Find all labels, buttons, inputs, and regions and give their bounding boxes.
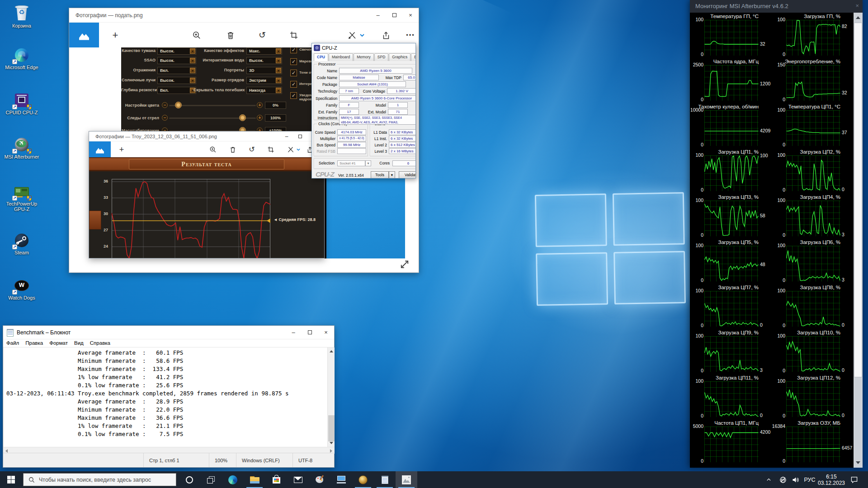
scroll-down-arrow[interactable] [330,442,333,444]
minimize-button[interactable]: – [280,131,293,141]
desktop-icon-edge[interactable]: ↗Microsoft Edge [3,47,41,70]
cpuz-tab-mainboard[interactable]: Mainboard [329,53,353,61]
title-bar[interactable]: Benchmark – Блокнот – × [3,326,334,339]
tray-volume[interactable] [789,471,802,488]
tray-chevron[interactable] [763,471,774,488]
setting-dropdown[interactable]: Экстрим▼ [246,77,282,84]
scroll-up-arrow[interactable] [330,350,333,352]
slider-handle[interactable] [175,102,182,108]
delete-icon[interactable] [229,146,236,153]
menu-справка[interactable]: Справка [87,339,113,347]
photos-logo-button[interactable] [69,23,99,47]
scroll-up-arrow[interactable] [856,16,860,19]
scroll-thumb[interactable] [854,23,862,377]
setting-dropdown[interactable]: Макс.▼ [246,47,282,55]
taskbar-app-cortana[interactable] [179,471,200,488]
socket-select[interactable]: Socket #1 [337,160,365,166]
cpuz-tab-cpu[interactable]: CPU [314,53,328,61]
edit-create-icon[interactable] [287,146,294,153]
chevron-down-icon[interactable] [296,146,301,153]
add-icon[interactable]: + [111,31,120,40]
slider-plus-button[interactable]: + [257,102,263,108]
setting-checkbox[interactable]: ✓ [290,58,297,65]
socket-select-arrow[interactable]: ▾ [365,160,371,166]
crop-icon[interactable] [289,31,298,40]
edit-create-icon[interactable] [348,31,357,40]
chevron-down-icon[interactable] [359,31,365,40]
title-bar[interactable]: Фотографии — Troy_2023_12_03_06_11_51_00… [89,131,324,141]
taskbar-search[interactable]: Чтобы начать поиск, введите здесь запрос [23,473,176,486]
taskbar-app-pc[interactable] [330,471,352,488]
add-icon[interactable]: + [118,146,125,153]
menu-файл[interactable]: Файл [3,339,22,347]
tray-network[interactable] [777,471,789,488]
setting-dropdown[interactable]: Высок.▼ [246,57,282,64]
maximize-button[interactable] [293,131,307,141]
vertical-scrollbar[interactable] [327,347,335,447]
scroll-right-arrow[interactable] [330,449,332,453]
title-bar[interactable]: ⚙ CPU-Z [312,43,415,52]
more-button[interactable]: ••• [406,31,415,40]
vertical-scrollbar[interactable] [854,13,863,468]
action-center-button[interactable] [847,471,861,488]
desktop-icon-bin[interactable]: ♻Корзина [3,5,41,28]
maximize-button[interactable] [302,326,318,339]
setting-checkbox[interactable]: ✓ [290,92,297,99]
menu-формат[interactable]: Формат [46,339,71,347]
taskbar-app-taskview[interactable] [200,471,222,488]
scroll-left-arrow[interactable] [5,449,8,453]
taskbar-app-paint[interactable] [309,471,330,488]
minimize-button[interactable]: – [285,326,302,339]
scroll-down-arrow[interactable] [856,461,860,464]
rotate-icon[interactable]: ↺ [248,146,255,153]
zoom-icon[interactable] [192,31,201,40]
slider-minus-button[interactable]: – [162,102,168,108]
setting-dropdown[interactable]: 3D▼ [246,67,282,74]
share-icon[interactable] [381,31,390,40]
tray-language[interactable]: РУС [802,471,817,488]
menu-правка[interactable]: Правка [22,339,46,347]
taskbar-app-photos[interactable] [396,471,417,488]
desktop-icon-wd[interactable]: W↗Watch Dogs [3,277,41,300]
slider-plus-button[interactable]: + [257,115,263,121]
setting-dropdown[interactable]: Никогда▼ [246,87,282,94]
crop-icon[interactable] [267,146,274,153]
taskbar-app-mail[interactable] [287,471,309,488]
taskbar-app-store[interactable] [265,471,287,488]
scroll-thumb[interactable] [328,415,335,441]
tools-dropdown-button[interactable]: ▾ [389,171,395,178]
setting-checkbox[interactable]: ✓ [290,70,297,76]
tools-button[interactable]: Tools [371,171,389,178]
desktop-icon-gpuz[interactable]: ↗TechPowerUp GPU-Z [3,183,41,212]
taskbar-app-notepad[interactable] [374,471,396,488]
validate-button[interactable]: Validate [399,171,416,178]
setting-checkbox[interactable]: ✓ [290,47,297,53]
rotate-icon[interactable]: ↺ [258,31,267,40]
delete-icon[interactable] [226,31,235,40]
desktop-icon-steam[interactable]: ↗Steam [3,232,41,255]
photos-logo-button[interactable] [89,141,111,157]
zoom-icon[interactable] [209,146,217,153]
setting-checkbox[interactable]: ✓ [290,81,297,88]
close-button[interactable]: × [318,326,334,339]
title-bar[interactable]: Фотографии — подать.png – × [69,8,419,23]
cpuz-tab-spd[interactable]: SPD [374,53,388,61]
desktop-icon-cpuz[interactable]: ↗CPUID CPU-Z [3,92,41,115]
tray-clock[interactable]: 6:15 03.12.2023 [817,471,845,488]
slider-minus-button[interactable]: – [162,115,168,121]
minimize-button[interactable]: – [370,8,386,22]
maximize-button[interactable] [386,8,402,22]
close-button[interactable]: × [402,8,419,22]
slider-handle[interactable] [239,114,246,121]
fullscreen-icon[interactable] [399,259,410,270]
start-button[interactable] [0,471,22,488]
taskbar-app-game[interactable] [352,471,374,488]
cpuz-tab-graphics[interactable]: Graphics [389,53,410,61]
close-button[interactable]: × [855,2,859,9]
cpuz-tab-memory[interactable]: Memory [354,53,374,61]
taskbar-app-explorer[interactable] [244,471,265,488]
menu-вид[interactable]: Вид [71,339,87,347]
text-area[interactable]: Average framerate : 60.1 FPS Minimum fra… [4,347,327,447]
title-bar[interactable]: Мониторинг MSI Afterburner v4.6.2 × [690,0,863,13]
cpuz-tab-bench[interactable]: Bench [411,53,416,61]
